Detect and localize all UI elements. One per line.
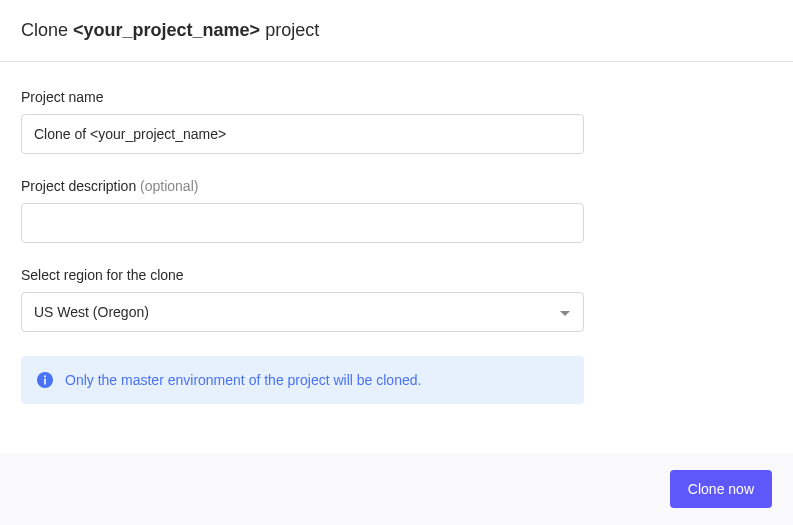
info-message: Only the master environment of the proje…: [65, 372, 421, 388]
region-label: Select region for the clone: [21, 267, 584, 283]
title-suffix: project: [260, 20, 319, 40]
title-project-name: <your_project_name>: [73, 20, 260, 40]
svg-point-2: [44, 375, 46, 377]
project-description-optional: (optional): [140, 178, 198, 194]
project-name-label: Project name: [21, 89, 584, 105]
title-prefix: Clone: [21, 20, 73, 40]
info-icon: [37, 372, 53, 388]
region-select[interactable]: US West (Oregon): [21, 292, 584, 332]
dialog-footer: Clone now: [0, 453, 793, 525]
project-name-field-group: Project name: [21, 89, 584, 154]
project-description-field-group: Project description (optional): [21, 178, 584, 243]
info-banner: Only the master environment of the proje…: [21, 356, 584, 404]
svg-rect-1: [44, 379, 46, 385]
clone-now-button[interactable]: Clone now: [670, 470, 772, 508]
project-name-input[interactable]: [21, 114, 584, 154]
region-field-group: Select region for the clone US West (Ore…: [21, 267, 584, 332]
project-description-label-text: Project description: [21, 178, 140, 194]
page-title: Clone <your_project_name> project: [21, 20, 772, 41]
project-description-label: Project description (optional): [21, 178, 584, 194]
form-container: Project name Project description (option…: [0, 62, 793, 404]
project-description-input[interactable]: [21, 203, 584, 243]
region-select-wrapper: US West (Oregon): [21, 292, 584, 332]
dialog-header: Clone <your_project_name> project: [0, 0, 793, 62]
